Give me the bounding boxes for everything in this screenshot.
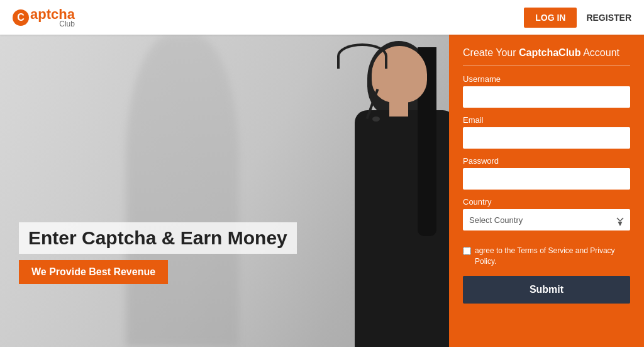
panel-title-suffix: Account xyxy=(581,47,619,58)
login-button[interactable]: LOG IN xyxy=(524,8,577,28)
header-nav: LOG IN REGISTER xyxy=(524,8,631,28)
password-label: Password xyxy=(463,156,630,166)
username-input[interactable] xyxy=(463,86,630,108)
email-input[interactable] xyxy=(463,127,630,149)
header: C aptcha Club LOG IN REGISTER xyxy=(0,0,644,35)
panel-title-prefix: Create Your xyxy=(463,47,519,58)
country-label: Country xyxy=(463,197,630,207)
logo-top: C aptcha Club xyxy=(13,8,75,28)
hero-section: Enter Captcha & Earn Money We Provide Be… xyxy=(0,35,644,347)
panel-title-brand: CaptchaClub xyxy=(519,47,581,58)
headset-band xyxy=(337,43,387,69)
country-select-wrapper: Select Country United States United King… xyxy=(463,209,630,238)
terms-label: agree to the Terms of Service and Privac… xyxy=(475,246,630,267)
logo: C aptcha Club xyxy=(13,8,75,28)
logo-c-icon: C xyxy=(13,9,29,26)
register-button[interactable]: REGISTER xyxy=(586,13,631,23)
username-label: Username xyxy=(463,74,630,84)
register-panel: Create Your CaptchaClub Account Username… xyxy=(449,35,644,347)
logo-club-text: Club xyxy=(30,20,75,28)
person-body xyxy=(355,110,455,347)
country-select[interactable]: Select Country United States United King… xyxy=(463,209,630,230)
hero-headline: Enter Captcha & Earn Money xyxy=(19,222,297,254)
logo-text-wrapper: aptcha Club xyxy=(30,8,75,28)
hero-text-block: Enter Captcha & Earn Money We Provide Be… xyxy=(19,222,297,284)
terms-checkbox[interactable] xyxy=(463,247,471,255)
person-bg-silhouette xyxy=(126,35,239,347)
panel-divider xyxy=(463,65,630,65)
submit-button[interactable]: Submit xyxy=(463,276,630,304)
password-input[interactable] xyxy=(463,168,630,190)
headset-mic-tip xyxy=(372,117,380,122)
terms-checkbox-row: agree to the Terms of Service and Privac… xyxy=(463,246,630,267)
panel-title: Create Your CaptchaClub Account xyxy=(463,47,630,59)
email-label: Email xyxy=(463,115,630,125)
person-neck xyxy=(389,98,408,117)
hero-subtext: We Provide Best Revenue xyxy=(19,260,168,284)
